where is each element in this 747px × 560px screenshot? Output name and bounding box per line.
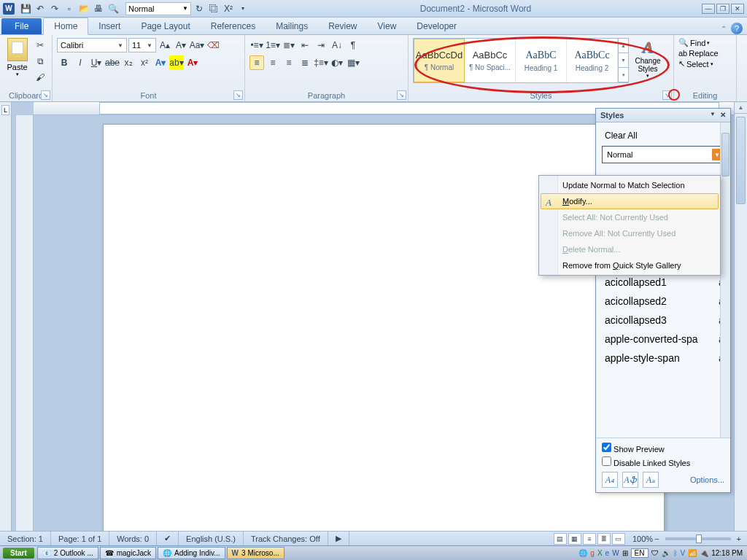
new-icon[interactable]: ▫ — [63, 2, 76, 15]
minimize-button[interactable]: — — [702, 4, 715, 14]
show-preview-checkbox[interactable]: Show Preview — [602, 443, 724, 454]
tab-insert[interactable]: Insert — [88, 18, 131, 34]
tray-clock[interactable]: 12:18 PM — [711, 549, 743, 557]
close-button[interactable]: ✕ — [731, 4, 744, 14]
zoom-out-icon[interactable]: − — [654, 534, 659, 543]
redo-icon[interactable]: ↷ — [48, 2, 61, 15]
line-spacing-icon[interactable]: ‡≡▾ — [314, 55, 328, 70]
pane-style-aci3[interactable]: acicollapsed3 — [602, 311, 727, 330]
superscript-icon[interactable]: X² — [222, 2, 235, 15]
format-painter-icon[interactable]: 🖌 — [33, 70, 47, 85]
tab-page-layout[interactable]: Page Layout — [131, 18, 200, 34]
restore-button[interactable]: ❐ — [716, 4, 729, 14]
gallery-up-icon[interactable]: ▲ — [619, 39, 628, 53]
preview-icon[interactable]: 🔍 — [107, 2, 120, 15]
help-icon[interactable]: ? — [731, 23, 743, 34]
justify-icon[interactable]: ≣ — [298, 55, 312, 70]
italic-icon[interactable]: I — [73, 55, 88, 70]
copy-icon[interactable]: ⧉ — [33, 54, 47, 69]
status-words[interactable]: Words: 0 — [109, 532, 157, 545]
view-print-icon[interactable]: ▤ — [554, 533, 567, 545]
tab-home[interactable]: Home — [43, 18, 88, 35]
gallery-more-icon[interactable]: ▾ — [619, 68, 628, 82]
pane-normal-item[interactable]: Normal ▼ — [602, 146, 727, 163]
pane-style-apple-span[interactable]: apple-style-span — [602, 349, 727, 368]
pane-close-icon[interactable]: ✕ — [720, 111, 726, 120]
underline-icon[interactable]: U▾ — [89, 55, 104, 70]
tray-google-icon[interactable]: g — [590, 549, 595, 557]
status-language[interactable]: English (U.S.) — [179, 532, 244, 545]
style-normal[interactable]: AaBbCcDd ¶ Normal — [414, 39, 465, 82]
font-launcher[interactable]: ↘ — [233, 90, 243, 100]
tray-chrome-icon[interactable]: 🌐 — [578, 549, 587, 557]
new-style-icon[interactable]: A₄ — [602, 472, 618, 488]
paste-button[interactable]: Paste ▾ — [4, 38, 30, 77]
cut-icon[interactable]: ✂ — [33, 38, 47, 52]
pane-options-link[interactable]: Options... — [690, 475, 724, 484]
qat-more-icon[interactable]: ▾ — [236, 2, 249, 15]
view-web-icon[interactable]: ≡ — [583, 533, 596, 545]
open-icon[interactable]: 📂 — [77, 2, 90, 15]
show-marks-icon[interactable]: ¶ — [346, 38, 360, 52]
tab-review[interactable]: Review — [318, 18, 367, 34]
replace-button[interactable]: abReplace — [678, 49, 719, 58]
font-name-combo[interactable]: Calibri▼ — [57, 38, 127, 52]
scroll-thumb[interactable] — [736, 117, 746, 204]
paragraph-launcher[interactable]: ↘ — [397, 90, 406, 100]
status-track[interactable]: Track Changes: Off — [244, 532, 328, 545]
styles-launcher[interactable]: ↘ — [662, 90, 672, 100]
multilevel-icon[interactable]: ≣▾ — [282, 38, 296, 52]
highlight-icon[interactable]: ab▾ — [169, 55, 184, 70]
change-case-icon[interactable]: Aa▾ — [190, 38, 204, 52]
tray-bluetooth-icon[interactable]: ᛒ — [673, 549, 678, 557]
qat-style-combo[interactable]: Normal▼ — [125, 2, 191, 15]
tray-word-icon[interactable]: W — [612, 549, 619, 557]
status-macro-icon[interactable]: ▶ — [328, 532, 349, 545]
view-fullscreen-icon[interactable]: ▦ — [568, 533, 581, 545]
find-button[interactable]: 🔍Find▾ — [678, 38, 719, 47]
bullets-icon[interactable]: •≡▾ — [249, 38, 264, 52]
bold-icon[interactable]: B — [57, 55, 71, 70]
task-outlook[interactable]: 📧2 Outlook ... — [37, 547, 98, 559]
clipboard-launcher[interactable]: ↘ — [41, 90, 50, 100]
ctx-remove-gallery[interactable]: Remove from Quick Style Gallery — [541, 257, 719, 273]
ruler-toggle-icon[interactable]: L — [1, 105, 9, 115]
task-magicjack[interactable]: ☎magicJack — [100, 547, 156, 559]
align-center-icon[interactable]: ≡ — [266, 55, 280, 70]
subscript-icon[interactable]: x₂ — [121, 55, 136, 70]
grow-font-icon[interactable]: A▴ — [158, 38, 172, 52]
start-button[interactable]: Start — [3, 548, 34, 559]
pane-style-aci2[interactable]: acicollapsed2 — [602, 292, 727, 311]
gallery-down-icon[interactable]: ▼ — [619, 53, 628, 68]
vertical-scrollbar[interactable]: ▲ — [734, 102, 747, 532]
view-draft-icon[interactable]: ▭ — [612, 533, 625, 545]
tab-file[interactable]: File — [1, 18, 42, 34]
shading-icon[interactable]: ◐▾ — [330, 55, 344, 70]
text-effects-icon[interactable]: A▾ — [153, 55, 168, 70]
repeat-icon[interactable]: ↻ — [193, 2, 206, 15]
superscript-icon2[interactable]: x² — [137, 55, 152, 70]
increase-indent-icon[interactable]: ⇥ — [314, 38, 328, 52]
style-inspector-icon[interactable]: Aֆ — [622, 472, 638, 488]
zoom-value[interactable]: 100% — [632, 534, 653, 543]
disable-linked-checkbox[interactable]: Disable Linked Styles — [602, 456, 724, 467]
tray-wifi-icon[interactable]: 📶 — [688, 549, 697, 557]
undo-icon[interactable]: ↶ — [34, 2, 47, 15]
style-no-spacing[interactable]: AaBbCc ¶ No Spaci... — [465, 39, 516, 82]
orgchart-icon[interactable]: ⿻ — [207, 2, 220, 15]
clear-formatting-icon[interactable]: ⌫ — [206, 38, 220, 52]
borders-icon[interactable]: ▦▾ — [346, 55, 360, 70]
pane-clear-all[interactable]: Clear All — [602, 127, 727, 144]
status-section[interactable]: Section: 1 — [0, 532, 51, 545]
pane-dropdown-icon[interactable]: ▼ — [710, 111, 716, 120]
tab-mailings[interactable]: Mailings — [266, 18, 318, 34]
decrease-indent-icon[interactable]: ⇤ — [298, 38, 312, 52]
scroll-up-icon[interactable]: ▲ — [735, 102, 747, 114]
tray-language[interactable]: EN — [631, 548, 649, 558]
style-heading2[interactable]: AaBbCc Heading 2 — [567, 39, 618, 82]
print-icon[interactable]: 🖶 — [92, 2, 105, 15]
zoom-slider[interactable] — [665, 537, 731, 540]
tray-battery-icon[interactable]: 🔌 — [700, 549, 708, 557]
shrink-font-icon[interactable]: A▾ — [174, 38, 188, 52]
task-chrome[interactable]: 🌐Adding Indiv... — [158, 547, 225, 559]
